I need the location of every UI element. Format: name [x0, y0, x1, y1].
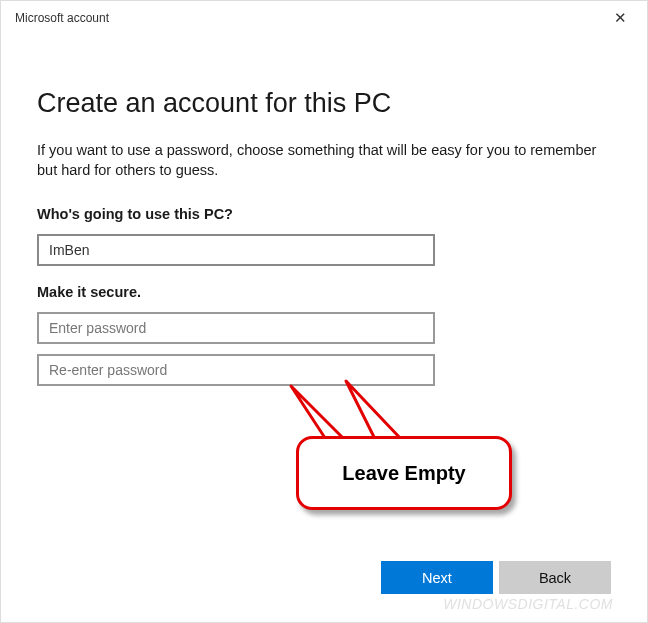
content-area: Create an account for this PC If you wan…: [1, 33, 647, 386]
password-input[interactable]: [37, 312, 435, 344]
titlebar: Microsoft account ✕: [1, 1, 647, 33]
button-bar: Next Back: [381, 561, 611, 594]
close-icon[interactable]: ✕: [606, 7, 635, 29]
back-button[interactable]: Back: [499, 561, 611, 594]
watermark: WindowsDigital.com: [443, 596, 613, 612]
next-button[interactable]: Next: [381, 561, 493, 594]
page-description: If you want to use a password, choose so…: [37, 141, 611, 180]
password-confirm-input[interactable]: [37, 354, 435, 386]
callout-text: Leave Empty: [296, 436, 512, 510]
username-label: Who's going to use this PC?: [37, 206, 611, 222]
window-title: Microsoft account: [15, 11, 109, 25]
password-section-label: Make it secure.: [37, 284, 611, 300]
page-title: Create an account for this PC: [37, 88, 611, 119]
username-input[interactable]: [37, 234, 435, 266]
